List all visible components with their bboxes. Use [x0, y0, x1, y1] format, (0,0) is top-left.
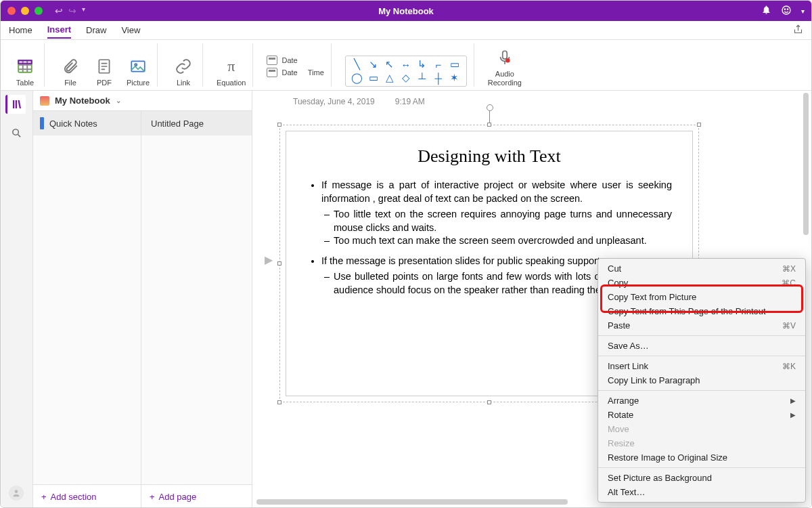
resize-handle-bl[interactable]: [277, 400, 281, 404]
redo-icon[interactable]: ↪: [68, 5, 76, 16]
ctx-copy-link-paragraph[interactable]: Copy Link to Paragraph: [598, 373, 805, 387]
notebook-selector[interactable]: My Notebook ⌄: [33, 91, 252, 111]
ctx-paste[interactable]: Paste⌘V: [598, 318, 805, 333]
shape-connector-icon[interactable]: ↳: [416, 59, 428, 70]
shape-elbow-icon[interactable]: ⌐: [432, 59, 445, 70]
svg-point-10: [15, 490, 18, 493]
notebook-icon: [40, 96, 49, 106]
shape-plus-icon[interactable]: ┼: [432, 72, 445, 83]
insert-file-button[interactable]: File: [58, 56, 83, 87]
window-controls: [7, 7, 43, 15]
minimize-window-button[interactable]: [21, 7, 29, 15]
tab-view[interactable]: View: [121, 22, 140, 38]
page-item[interactable]: Untitled Page: [141, 111, 252, 135]
chevron-right-icon: ▶: [790, 411, 796, 419]
ctx-arrange[interactable]: Arrange▶: [598, 394, 805, 408]
insert-pdf-button[interactable]: PDF: [92, 56, 116, 87]
insert-date-button[interactable]: Date: [267, 56, 323, 65]
ctx-resize: Resize: [598, 436, 805, 450]
page-time: 9:19 AM: [395, 97, 425, 106]
pages-list: Untitled Page +Add page: [141, 111, 252, 508]
resize-handle-tr[interactable]: [697, 123, 701, 127]
tab-home[interactable]: Home: [9, 22, 32, 38]
quick-access-dropdown-icon[interactable]: ▾: [82, 5, 85, 16]
svg-point-9: [13, 129, 18, 135]
tab-draw[interactable]: Draw: [86, 22, 106, 38]
svg-point-0: [782, 6, 790, 14]
account-avatar[interactable]: [9, 486, 24, 501]
add-section-button[interactable]: +Add section: [33, 484, 141, 508]
ctx-copy-text-picture[interactable]: Copy Text from Picture: [598, 290, 805, 304]
plus-icon: +: [150, 492, 155, 502]
close-window-button[interactable]: [7, 7, 16, 15]
shape-arrow-icon[interactable]: ↘: [367, 59, 380, 70]
microphone-icon: [495, 47, 515, 68]
ribbon-insert: Table File PDF Picture Link π Equation D…: [1, 40, 811, 91]
share-icon[interactable]: [793, 24, 803, 37]
rotate-handle[interactable]: [489, 110, 490, 123]
shape-line-icon[interactable]: ╲: [351, 59, 363, 70]
shape-rect-thin-icon[interactable]: ▭: [449, 59, 461, 70]
shape-line3-icon[interactable]: ┴: [416, 72, 428, 83]
undo-icon[interactable]: ↩: [55, 5, 63, 16]
shape-star-icon[interactable]: ✶: [449, 72, 461, 83]
picture-icon: [128, 56, 148, 77]
ctx-save-as[interactable]: Save As…: [598, 339, 805, 353]
insert-equation-button[interactable]: π Equation: [217, 56, 246, 87]
svg-point-2: [787, 9, 788, 9]
shape-triangle-icon[interactable]: △: [384, 72, 396, 83]
shape-rect-icon[interactable]: ▭: [367, 72, 380, 83]
menu-tabs: Home Insert Draw View: [1, 21, 811, 40]
emoji-icon[interactable]: [781, 5, 792, 18]
insert-datetime-button[interactable]: Date Time: [267, 68, 323, 77]
calendar-icon: [267, 56, 277, 65]
resize-handle-tl[interactable]: [277, 123, 281, 127]
insert-picture-button[interactable]: Picture: [126, 56, 150, 87]
zoom-window-button[interactable]: [35, 7, 43, 15]
insert-table-button[interactable]: Table: [13, 56, 37, 87]
shape-arrow2-icon[interactable]: ↖: [384, 59, 396, 70]
calendar-clock-icon: [267, 68, 277, 77]
audio-recording-button[interactable]: Audio Recording: [488, 47, 522, 87]
ctx-restore-size[interactable]: Restore Image to Original Size: [598, 450, 805, 465]
shape-diamond-icon[interactable]: ◇: [400, 72, 412, 83]
chevron-down-icon: ⌄: [116, 97, 121, 104]
resize-handle-bm[interactable]: [487, 400, 491, 404]
notifications-icon[interactable]: [761, 5, 771, 17]
notebooks-rail-button[interactable]: [5, 95, 26, 114]
add-page-button[interactable]: +Add page: [141, 484, 252, 508]
notebook-panel: My Notebook ⌄ Quick Notes +Add section U…: [33, 91, 252, 508]
shape-double-arrow-icon[interactable]: ↔: [400, 59, 412, 70]
plus-icon: +: [41, 492, 47, 502]
resize-handle-ml[interactable]: [277, 261, 281, 266]
table-label: Table: [16, 79, 34, 87]
sections-list: Quick Notes +Add section: [33, 111, 141, 508]
note-container-handle-icon[interactable]: ▶: [265, 253, 273, 266]
window-title: My Notebook: [378, 6, 434, 16]
ctx-alt-text[interactable]: Alt Text…: [598, 485, 805, 499]
page-date: Tuesday, June 4, 2019: [293, 97, 375, 106]
context-menu: Cut⌘X Copy⌘C Copy Text from Picture Copy…: [597, 258, 806, 503]
tab-insert[interactable]: Insert: [47, 22, 71, 39]
insert-link-button[interactable]: Link: [171, 56, 196, 87]
doc-title: Designing with Text: [307, 146, 672, 167]
ctx-set-background[interactable]: Set Picture as Background: [598, 471, 805, 485]
title-dropdown-icon[interactable]: ▾: [801, 7, 805, 15]
page-date-header: Tuesday, June 4, 2019 9:19 AM: [293, 97, 425, 106]
pdf-icon: [94, 56, 114, 77]
ctx-move: Move: [598, 422, 805, 436]
ctx-copy-text-page-printout[interactable]: Copy Text from This Page of the Printout: [598, 304, 805, 318]
shape-ellipse-icon[interactable]: ◯: [351, 72, 363, 83]
search-rail-button[interactable]: [7, 123, 27, 142]
ctx-insert-link[interactable]: Insert Link⌘K: [598, 359, 805, 373]
ctx-rotate[interactable]: Rotate▶: [598, 408, 805, 422]
ctx-cut[interactable]: Cut⌘X: [598, 261, 805, 276]
left-rail: [1, 91, 33, 508]
resize-handle-tm[interactable]: [487, 123, 491, 127]
section-item[interactable]: Quick Notes: [33, 111, 141, 135]
section-label: Quick Notes: [49, 119, 97, 129]
ctx-copy[interactable]: Copy⌘C: [598, 276, 805, 290]
shapes-gallery[interactable]: ╲ ↘ ↖ ↔ ↳ ⌐ ▭ ◯ ▭ △ ◇ ┴ ┼ ✶: [345, 56, 467, 87]
titlebar: ↩ ↪ ▾ My Notebook ▾: [1, 1, 811, 21]
paperclip-icon: [60, 56, 81, 77]
